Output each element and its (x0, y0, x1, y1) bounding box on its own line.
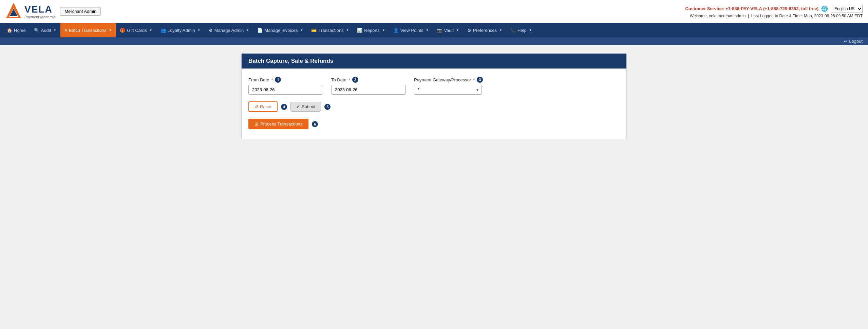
gateway-required: * (473, 77, 475, 82)
from-date-label: From Date * 1 (248, 77, 323, 83)
audit-icon: 🔍 (34, 28, 39, 33)
nav-label-view-points: View Points (400, 28, 423, 33)
language-select[interactable]: English US (831, 5, 863, 13)
nav-item-preferences[interactable]: ⚙ Preferences ▼ (463, 23, 506, 37)
main-content: Batch Capture, Sale & Refunds From Date … (230, 45, 638, 147)
nav-item-home[interactable]: 🏠 Home (3, 23, 30, 37)
process-label: Process Transactions (260, 121, 302, 127)
welcome-row: Welcome, vela merchantadmin | Last Logge… (690, 14, 863, 18)
preferences-icon: ⚙ (467, 28, 471, 33)
manage-admin-icon: ⚙ (209, 28, 213, 33)
top-right-info: Customer Service: +1-888-PAY-VELA (+1-88… (685, 5, 863, 18)
process-badge: 6 (312, 121, 318, 127)
to-date-required: * (348, 77, 350, 82)
from-date-badge: 1 (275, 77, 281, 83)
gateway-label: Payment Gateway/Processor * 3 (414, 77, 483, 83)
loyalty-icon: 👥 (161, 28, 166, 33)
card-header: Batch Capture, Sale & Refunds (242, 54, 626, 69)
cs-label: Customer Service: (685, 6, 724, 11)
nav-item-help[interactable]: 📞 Help ▼ (506, 23, 536, 37)
top-bar: VELA Payment Matters® Merchant Admin Cus… (0, 0, 868, 23)
reset-label: Reset (260, 104, 271, 109)
card-body: From Date * 1 To Date * 2 (242, 69, 626, 139)
nav-label-manage-admin: Manage Admin (214, 28, 244, 33)
process-transactions-button[interactable]: ⊞ Process Transactions (248, 119, 308, 129)
page-title: Batch Capture, Sale & Refunds (248, 58, 333, 64)
reset-badge: 4 (281, 104, 287, 110)
from-date-group: From Date * 1 (248, 77, 323, 95)
reports-icon: 📊 (357, 28, 362, 33)
nav-label-loyalty: Loyalty Admin (168, 28, 195, 33)
welcome-text: Welcome, vela merchantadmin (690, 14, 746, 18)
nav-item-audit[interactable]: 🔍 Audit ▼ (30, 23, 61, 37)
help-icon: 📞 (510, 28, 516, 33)
last-logged-text: Last Logged In Date & Time: Mon, 2023-06… (751, 14, 863, 18)
to-date-group: To Date * 2 (331, 77, 406, 95)
home-icon: 🏠 (7, 28, 12, 33)
from-date-required: * (271, 77, 273, 82)
submit-label: Submit (302, 104, 315, 109)
merchant-admin-button[interactable]: Merchant Admin (60, 7, 101, 16)
audit-caret: ▼ (53, 28, 56, 32)
button-row: ↺ Reset 4 ✔ Submit 5 (248, 101, 620, 112)
logo-area: VELA Payment Matters® Merchant Admin (5, 2, 101, 21)
nav-label-batch: Batch Transactions (69, 28, 107, 33)
nav-label-help: Help (517, 28, 527, 33)
form-row-dates: From Date * 1 To Date * 2 (248, 77, 620, 95)
from-date-input[interactable] (248, 85, 323, 95)
to-date-input[interactable] (331, 85, 406, 95)
submit-badge: 5 (324, 104, 331, 110)
gateway-select[interactable]: * (414, 85, 482, 95)
nav-item-batch-transactions[interactable]: ≡ Batch Transactions ▼ (60, 23, 116, 37)
nav-item-transactions[interactable]: 💳 Transactions ▼ (307, 23, 353, 37)
help-caret: ▼ (529, 28, 532, 32)
logout-label: Logout (849, 39, 863, 44)
reset-button[interactable]: ↺ Reset (248, 101, 278, 112)
reports-caret: ▼ (382, 28, 385, 32)
transactions-icon: 💳 (311, 28, 317, 33)
reset-icon: ↺ (254, 104, 258, 109)
gateway-label-text: Payment Gateway/Processor (414, 77, 471, 82)
batch-icon: ≡ (64, 28, 67, 33)
nav-item-loyalty-admin[interactable]: 👥 Loyalty Admin ▼ (156, 23, 205, 37)
batch-card: Batch Capture, Sale & Refunds From Date … (241, 53, 627, 139)
nav-item-vault[interactable]: 📷 Vault ▼ (433, 23, 463, 37)
vault-caret: ▼ (456, 28, 459, 32)
gift-caret: ▼ (149, 28, 152, 32)
to-date-label: To Date * 2 (331, 77, 406, 83)
gateway-select-wrapper: * ▼ (414, 85, 482, 95)
invoices-caret: ▼ (300, 28, 303, 32)
nav-item-reports[interactable]: 📊 Reports ▼ (353, 23, 389, 37)
nav-label-invoices: Manage Invoices (264, 28, 298, 33)
nav-label-vault: Vault (444, 28, 454, 33)
logout-icon: ↩ (844, 39, 848, 44)
to-date-badge: 2 (352, 77, 358, 83)
loyalty-caret: ▼ (197, 28, 201, 32)
nav-item-view-points[interactable]: 👤 View Points ▼ (389, 23, 433, 37)
nav-item-gift-cards[interactable]: 🎁 Gift Cards ▼ (116, 23, 156, 37)
cs-number: +1-888-PAY-VELA (+1-888-729-8352, toll f… (725, 6, 818, 11)
logo: VELA Payment Matters® (5, 2, 55, 21)
manage-admin-caret: ▼ (246, 28, 249, 32)
nav-label-gift: Gift Cards (127, 28, 147, 33)
nav-label-audit: Audit (41, 28, 51, 33)
nav-item-manage-invoices[interactable]: 📄 Manage Invoices ▼ (253, 23, 307, 37)
vela-logo-icon (5, 2, 22, 20)
gateway-badge: 3 (477, 77, 483, 83)
nav-item-manage-admin[interactable]: ⚙ Manage Admin ▼ (205, 23, 253, 37)
vault-icon: 📷 (437, 28, 442, 33)
nav-label-preferences: Preferences (473, 28, 497, 33)
batch-caret: ▼ (109, 28, 112, 32)
nav-label-reports: Reports (364, 28, 380, 33)
invoices-icon: 📄 (257, 28, 263, 33)
submit-button[interactable]: ✔ Submit (290, 102, 321, 112)
nav-label-home: Home (14, 28, 26, 33)
logout-bar: ↩ Logout (0, 37, 868, 45)
gift-icon: 🎁 (120, 28, 125, 33)
main-nav: 🏠 Home 🔍 Audit ▼ ≡ Batch Transactions ▼ … (0, 23, 868, 37)
from-date-label-text: From Date (248, 77, 269, 82)
preferences-caret: ▼ (499, 28, 502, 32)
to-date-label-text: To Date (331, 77, 346, 82)
nav-label-transactions: Transactions (318, 28, 343, 33)
logout-button[interactable]: ↩ Logout (844, 39, 863, 44)
